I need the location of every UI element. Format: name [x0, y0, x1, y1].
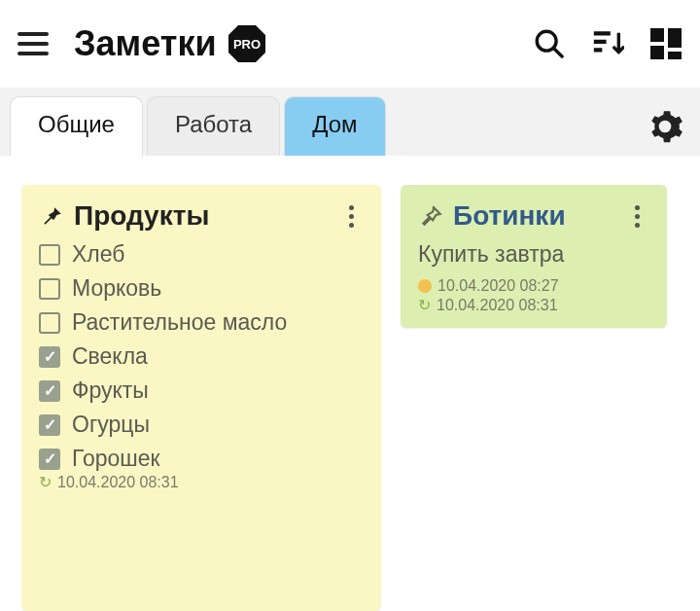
pro-badge-icon: PRO	[227, 23, 267, 64]
checklist: ХлебМорковьРастительное маслоСвеклаФрукт…	[39, 241, 364, 472]
check-item[interactable]: Горошек	[39, 446, 364, 472]
tab-label: Дом	[312, 111, 357, 137]
check-item-label: Хлеб	[72, 241, 124, 268]
tab-label: Работа	[175, 111, 252, 137]
check-item-label: Растительное масло	[72, 309, 287, 336]
svg-rect-4	[594, 31, 611, 35]
refresh-icon: ↻	[39, 475, 52, 490]
tab-label: Общие	[38, 111, 115, 137]
sync-time: 10.04.2020 08:31	[57, 474, 179, 491]
tab-home[interactable]: Дом	[284, 96, 385, 156]
note-reminder-meta: 10.04.2020 08:27	[418, 277, 649, 295]
note-title: Продукты	[74, 200, 209, 232]
more-vert-icon[interactable]	[338, 203, 364, 229]
menu-icon[interactable]	[18, 26, 52, 61]
tab-work[interactable]: Работа	[147, 96, 280, 156]
note-title: Ботинки	[453, 200, 566, 232]
checkbox-checked-icon[interactable]	[39, 414, 60, 436]
check-item[interactable]: Огурцы	[39, 412, 364, 438]
app-title-text: Заметки	[74, 23, 217, 64]
svg-rect-6	[594, 48, 603, 52]
tabs-row: Общие Работа Дом	[0, 88, 700, 156]
checkbox-checked-icon[interactable]	[39, 449, 60, 470]
note-body: Купить завтра	[418, 241, 649, 268]
reminder-time: 10.04.2020 08:27	[438, 277, 559, 295]
note-sync-meta: ↻ 10.04.2020 08:31	[418, 297, 649, 314]
check-item[interactable]: Хлеб	[39, 241, 364, 268]
pin-filled-icon	[39, 203, 64, 229]
note-header: Ботинки	[418, 200, 649, 232]
more-vert-icon[interactable]	[624, 203, 649, 229]
checkbox-unchecked-icon[interactable]	[39, 312, 60, 334]
check-item[interactable]: Свекла	[39, 343, 364, 370]
check-item-label: Фрукты	[72, 377, 149, 404]
checkbox-unchecked-icon[interactable]	[39, 244, 60, 266]
svg-point-2	[537, 31, 556, 51]
check-item-label: Огурцы	[72, 412, 150, 438]
top-actions	[533, 27, 682, 60]
note-header: Продукты	[39, 200, 364, 232]
sync-time: 10.04.2020 08:31	[437, 297, 558, 314]
note-boots[interactable]: Ботинки Купить завтра 10.04.2020 08:27 ↻…	[401, 185, 667, 328]
check-item-label: Свекла	[72, 343, 148, 370]
top-bar: Заметки PRO	[0, 0, 700, 88]
dashboard-view-icon[interactable]	[649, 27, 682, 60]
sort-icon[interactable]	[591, 27, 624, 60]
check-item-label: Горошек	[72, 446, 160, 472]
svg-rect-5	[594, 40, 607, 44]
svg-text:PRO: PRO	[232, 37, 260, 52]
notes-area: Продукты ХлебМорковьРастительное маслоСв…	[0, 156, 700, 611]
checkbox-unchecked-icon[interactable]	[39, 278, 60, 300]
app-title: Заметки PRO	[74, 23, 267, 64]
tab-general[interactable]: Общие	[10, 96, 143, 156]
checkbox-checked-icon[interactable]	[39, 346, 60, 368]
pin-outline-icon	[418, 203, 443, 229]
check-item[interactable]: Фрукты	[39, 377, 364, 404]
note-sync-meta: ↻ 10.04.2020 08:31	[39, 474, 364, 491]
check-item[interactable]: Морковь	[39, 275, 364, 302]
checkbox-checked-icon[interactable]	[39, 380, 60, 402]
refresh-icon: ↻	[418, 298, 431, 313]
gear-icon[interactable]	[644, 105, 686, 148]
check-item-label: Морковь	[72, 275, 161, 302]
svg-line-3	[554, 49, 563, 57]
reminder-dot-icon	[418, 279, 432, 293]
search-icon[interactable]	[533, 27, 566, 60]
check-item[interactable]: Растительное масло	[39, 309, 364, 336]
note-products[interactable]: Продукты ХлебМорковьРастительное маслоСв…	[21, 185, 381, 611]
